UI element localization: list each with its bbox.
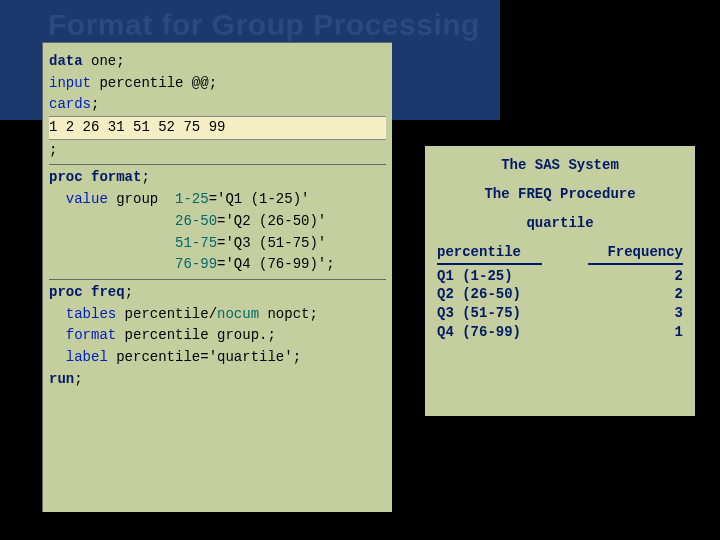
code-line: proc freq; bbox=[49, 282, 386, 304]
code-line: proc format; bbox=[49, 167, 386, 189]
code-line: 76-99='Q4 (76-99)'; bbox=[49, 254, 386, 276]
output-row: Q3 (51-75)3 bbox=[437, 304, 683, 323]
code-text: ; bbox=[293, 349, 301, 365]
code-line: data one; bbox=[49, 51, 386, 73]
keyword-cards: cards bbox=[49, 96, 91, 112]
code-data-values: 1 2 26 31 51 52 75 99 bbox=[49, 116, 386, 140]
output-row: Q4 (76-99)1 bbox=[437, 323, 683, 342]
keyword-format: format bbox=[49, 327, 116, 343]
row-freq: 1 bbox=[675, 323, 683, 342]
output-proc-title: The FREQ Procedure bbox=[437, 185, 683, 204]
code-text: percentile group.; bbox=[116, 327, 276, 343]
rule-segment bbox=[437, 263, 542, 265]
keyword-data: data bbox=[49, 53, 83, 69]
row-freq: 2 bbox=[675, 285, 683, 304]
code-text: ; bbox=[141, 169, 149, 185]
pad bbox=[49, 256, 175, 272]
col-percentile: percentile bbox=[437, 243, 521, 262]
code-line: ; bbox=[49, 140, 386, 162]
output-system-title: The SAS System bbox=[437, 156, 683, 175]
code-text: 1 2 26 31 51 52 75 99 bbox=[49, 119, 225, 135]
row-freq: 3 bbox=[675, 304, 683, 323]
keyword-value: value bbox=[49, 191, 108, 207]
pad bbox=[49, 213, 175, 229]
option-nocum: nocum bbox=[217, 306, 259, 322]
keyword-proc: proc bbox=[49, 284, 83, 300]
row-freq: 2 bbox=[675, 267, 683, 286]
separator bbox=[49, 279, 386, 280]
code-line: cards; bbox=[49, 94, 386, 116]
string-literal: 'quartile' bbox=[209, 349, 293, 365]
keyword-proc: proc bbox=[49, 169, 83, 185]
code-line: format percentile group.; bbox=[49, 325, 386, 347]
slide-title: Format for Group Processing bbox=[48, 8, 480, 42]
pad bbox=[49, 235, 175, 251]
code-text: ='Q2 (26-50)' bbox=[217, 213, 326, 229]
keyword-run: run bbox=[49, 371, 74, 387]
code-text: percentile/ bbox=[116, 306, 217, 322]
code-line: 51-75='Q3 (51-75)' bbox=[49, 233, 386, 255]
code-line: 26-50='Q2 (26-50)' bbox=[49, 211, 386, 233]
code-text: group bbox=[108, 191, 175, 207]
keyword-tables: tables bbox=[49, 306, 116, 322]
row-label: Q3 (51-75) bbox=[437, 304, 521, 323]
output-panel: The SAS System The FREQ Procedure quarti… bbox=[425, 146, 695, 416]
code-text: ; bbox=[49, 142, 57, 158]
code-text: percentile= bbox=[108, 349, 209, 365]
code-text: ='Q3 (51-75)' bbox=[217, 235, 326, 251]
col-frequency: Frequency bbox=[607, 243, 683, 262]
output-rule bbox=[437, 263, 683, 265]
output-row: Q1 (1-25)2 bbox=[437, 267, 683, 286]
code-line: label percentile='quartile'; bbox=[49, 347, 386, 369]
separator bbox=[49, 164, 386, 165]
code-line: tables percentile/nocum nopct; bbox=[49, 304, 386, 326]
range: 76-99 bbox=[175, 256, 217, 272]
output-row: Q2 (26-50)2 bbox=[437, 285, 683, 304]
range: 51-75 bbox=[175, 235, 217, 251]
code-panel: data one; input percentile @@; cards; 1 … bbox=[42, 42, 392, 512]
range: 26-50 bbox=[175, 213, 217, 229]
output-var-label: quartile bbox=[437, 214, 683, 233]
code-text: ; bbox=[74, 371, 82, 387]
keyword-label: label bbox=[49, 349, 108, 365]
keyword-input: input bbox=[49, 75, 91, 91]
code-text: ; bbox=[125, 284, 133, 300]
code-line: run; bbox=[49, 369, 386, 391]
code-text: nopct; bbox=[259, 306, 318, 322]
keyword-format: format bbox=[83, 169, 142, 185]
code-line: input percentile @@; bbox=[49, 73, 386, 95]
rule-segment bbox=[588, 263, 683, 265]
code-text: percentile @@; bbox=[91, 75, 217, 91]
output-table-header: percentile Frequency bbox=[437, 243, 683, 262]
keyword-freq: freq bbox=[83, 284, 125, 300]
row-label: Q4 (76-99) bbox=[437, 323, 521, 342]
code-text: ='Q4 (76-99)'; bbox=[217, 256, 335, 272]
code-text: ='Q1 (1-25)' bbox=[209, 191, 310, 207]
row-label: Q1 (1-25) bbox=[437, 267, 513, 286]
code-line: value group 1-25='Q1 (1-25)' bbox=[49, 189, 386, 211]
code-text: ; bbox=[91, 96, 99, 112]
range: 1-25 bbox=[175, 191, 209, 207]
code-text: one; bbox=[83, 53, 125, 69]
row-label: Q2 (26-50) bbox=[437, 285, 521, 304]
